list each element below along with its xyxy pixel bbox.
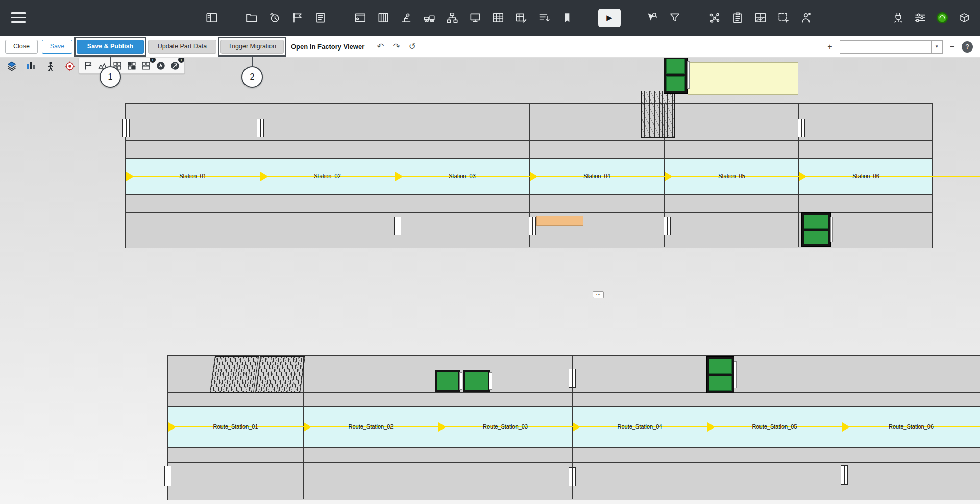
view-dropdown[interactable]: ▼ (840, 40, 943, 54)
navigate-icon[interactable] (154, 59, 167, 72)
flow-path-extension (933, 176, 980, 177)
station-label: Station_05 (665, 173, 799, 179)
navigate-badge-icon[interactable]: 1 (168, 59, 181, 72)
wireframe-rack[interactable] (210, 356, 259, 393)
vehicles-icon[interactable] (421, 9, 438, 27)
sidebar-toggle-icon[interactable] (203, 9, 220, 27)
annotation-connector-2 (252, 57, 253, 66)
toolbar-icon-strip: ▶ (203, 0, 815, 36)
grid-badge-icon[interactable]: 1 (140, 59, 153, 72)
stopper-slat[interactable] (569, 369, 576, 388)
stopper-slat[interactable] (394, 217, 401, 235)
target-icon[interactable] (63, 60, 76, 72)
top-toolbar: ▶ (0, 0, 980, 36)
banner-icon[interactable] (289, 9, 306, 27)
stopper-slat[interactable] (164, 466, 172, 486)
stopper-slat[interactable] (257, 119, 264, 137)
buffer-block[interactable] (536, 216, 583, 226)
green-container[interactable] (435, 370, 460, 392)
conveyor-row (126, 141, 932, 159)
menu-icon[interactable] (11, 12, 26, 23)
canvas-mini-toolbar (5, 60, 76, 72)
banner-tool-icon[interactable] (82, 59, 95, 72)
grid-fill-icon[interactable] (125, 59, 138, 72)
table-icon[interactable] (489, 9, 507, 27)
station-label: Route_Station_06 (842, 423, 980, 430)
canvas-tool-panel: 1 1 (79, 57, 185, 74)
save-publish-button[interactable]: Save & Publish (77, 40, 144, 54)
cube-share-icon[interactable] (955, 9, 973, 27)
stopper-slat[interactable] (569, 467, 576, 486)
human-icon[interactable] (44, 60, 57, 72)
machine-unit[interactable] (801, 212, 831, 247)
annotation-step-2: 2 (241, 66, 263, 88)
station-label: Station_06 (799, 173, 933, 179)
history-icon[interactable] (266, 9, 283, 27)
minus-icon[interactable]: − (950, 43, 954, 51)
conveyor-row (126, 195, 932, 213)
sliders-icon[interactable] (912, 9, 929, 27)
person-status-icon[interactable] (798, 9, 815, 27)
stopper-slat[interactable] (841, 465, 848, 485)
machine-highlight (734, 361, 737, 389)
update-part-data-button[interactable]: Update Part Data (148, 40, 216, 54)
scatter-icon[interactable] (706, 9, 723, 27)
save-button[interactable]: Save (42, 40, 72, 54)
history-controls: ↶ ↷ ↺ (377, 42, 416, 51)
layers-icon[interactable] (5, 60, 18, 72)
pointer-search-icon[interactable] (643, 9, 660, 27)
table-edit-icon[interactable] (512, 9, 530, 27)
chart-grid-icon[interactable] (752, 9, 769, 27)
station-label: Route_Station_01 (168, 423, 303, 430)
stopper-slat[interactable] (664, 217, 671, 235)
factory-line-designer-app: ▶ Close Save Save & Publish Update Part … (0, 0, 980, 504)
selection-area[interactable] (688, 62, 798, 95)
green-container[interactable] (463, 370, 490, 392)
help-icon[interactable]: ? (962, 41, 973, 53)
folder-icon[interactable] (243, 9, 260, 27)
station-label: Route_Station_03 (438, 423, 572, 430)
filter-icon[interactable] (666, 9, 683, 27)
redo-icon[interactable]: ↷ (393, 42, 400, 51)
columns-icon[interactable] (24, 60, 37, 72)
wireframe-rack[interactable] (255, 356, 305, 393)
robot-icon[interactable] (398, 9, 415, 27)
more-options-button[interactable]: ⋯ (593, 291, 604, 298)
marquee-select-icon[interactable] (775, 9, 792, 27)
add-icon[interactable]: + (827, 43, 832, 51)
clipboard-icon[interactable] (729, 9, 746, 27)
bookmark-icon[interactable] (558, 9, 576, 27)
monitor-icon[interactable] (467, 9, 484, 27)
report-icon[interactable] (312, 9, 329, 27)
sync-icon[interactable]: ↺ (409, 42, 416, 51)
station-label: Station_03 (395, 173, 529, 179)
wireframe-rack[interactable] (641, 91, 675, 138)
frame-icon[interactable] (352, 9, 369, 27)
chevron-down-icon[interactable]: ▼ (931, 41, 942, 53)
hierarchy-icon[interactable] (444, 9, 461, 27)
station-label: Route_Station_05 (707, 423, 842, 430)
machine-unit[interactable] (706, 356, 734, 393)
stopper-slat[interactable] (529, 217, 536, 235)
plug-icon[interactable] (890, 9, 907, 27)
brand-logo-icon[interactable] (934, 9, 951, 27)
open-factory-viewer-link[interactable]: Open in Factory Viewer (291, 43, 364, 51)
machine-unit[interactable] (664, 56, 688, 94)
station-label: Station_02 (260, 173, 395, 179)
station-label: Route_Station_02 (304, 423, 438, 430)
stopper-slat[interactable] (798, 119, 805, 137)
station-label: Station_01 (126, 173, 260, 179)
station-label: Station_04 (530, 173, 664, 179)
cabinet-icon[interactable] (375, 9, 392, 27)
stopper-slat[interactable] (122, 119, 130, 137)
close-button[interactable]: Close (5, 40, 38, 54)
machine-highlight (830, 217, 833, 242)
undo-icon[interactable]: ↶ (377, 42, 384, 51)
sort-icon[interactable] (535, 9, 553, 27)
action-toolbar: Close Save Save & Publish Update Part Da… (0, 36, 980, 58)
play-button[interactable]: ▶ (598, 9, 621, 27)
trigger-migration-button[interactable]: Trigger Migration (220, 40, 284, 54)
container-highlight (459, 372, 462, 389)
machine-highlight (687, 61, 690, 89)
play-icon: ▶ (606, 13, 612, 22)
